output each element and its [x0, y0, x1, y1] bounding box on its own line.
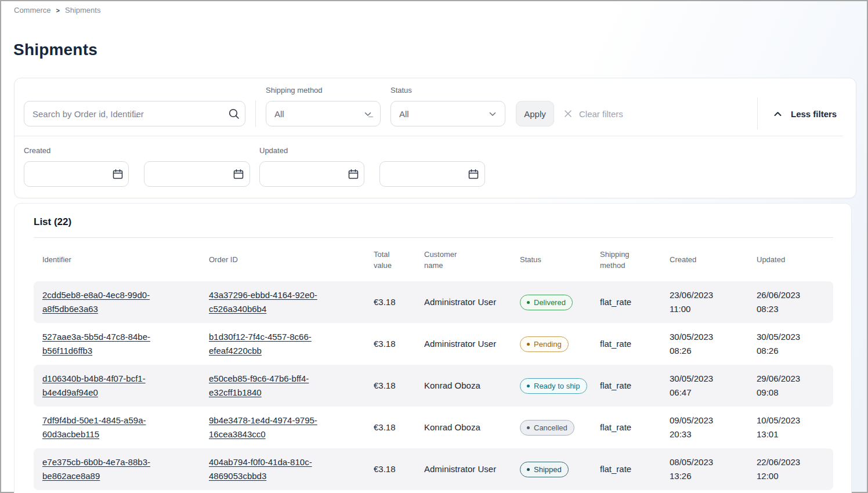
- customer-name: Konrad Oboza: [415, 420, 511, 434]
- status-dot-icon: [527, 301, 530, 304]
- updated-label: Updated: [259, 146, 288, 155]
- total-value: €3.18: [365, 337, 415, 351]
- updated-at: 29/06/202309:08: [748, 372, 833, 400]
- updated-at: 26/06/202308:23: [748, 288, 833, 316]
- chevron-down-icon: [487, 109, 498, 119]
- identifier-link[interactable]: d106340b-b4b8-4f07-bcf1-b4e4d9af94e0: [42, 372, 173, 400]
- order-id-link[interactable]: 404ab794-f0f0-41da-810c-4869053cbbd3: [209, 455, 339, 483]
- status-badge: Cancelled: [520, 420, 574, 436]
- apply-button[interactable]: Apply: [516, 101, 554, 126]
- customer-name: Administrator User: [415, 462, 511, 476]
- shipping-method: flat_rate: [591, 379, 661, 393]
- breadcrumb-separator: >: [56, 7, 60, 14]
- updated-at: 30/05/202308:26: [748, 330, 833, 358]
- created-to-input[interactable]: [144, 161, 250, 187]
- list-title: List (22): [34, 216, 832, 228]
- shipping-method-select[interactable]: All: [266, 101, 381, 126]
- order-id-link[interactable]: e50ceb85-f9c6-47b6-bff4-e32cff1b1840: [209, 372, 339, 400]
- col-updated: Updated: [748, 254, 818, 265]
- col-status: Status: [511, 254, 581, 265]
- status-badge: Delivered: [520, 295, 573, 310]
- breadcrumb: Commerce > Shipments: [14, 6, 100, 14]
- page-title: Shipments: [13, 41, 97, 59]
- status-dot-icon: [527, 343, 530, 346]
- range-separator: –: [368, 111, 373, 121]
- created-at: 08/05/202313:26: [661, 455, 748, 483]
- status-badge: Ready to ship: [520, 378, 587, 394]
- order-id-link[interactable]: b1d30f12-7f4c-4557-8c66-efeaf4220cbb: [209, 330, 339, 358]
- filter-row-divider: [15, 136, 843, 136]
- shipping-method-label: Shipping method: [266, 86, 323, 95]
- col-shipping-method: Shipping method: [591, 249, 661, 271]
- created-at: 30/05/202308:26: [661, 330, 748, 358]
- shipping-method: flat_rate: [591, 420, 661, 434]
- status-dot-icon: [527, 426, 530, 429]
- status-value: All: [399, 109, 409, 119]
- table-row: 527aae3a-5b5d-47c8-84be-b56f11d6ffb3 b1d…: [34, 323, 833, 365]
- table-row: d106340b-b4b8-4f07-bcf1-b4e4d9af94e0 e50…: [34, 365, 833, 407]
- status-select[interactable]: All: [390, 101, 505, 126]
- shipments-list-panel: List (22) Identifier Order ID Total valu…: [14, 203, 852, 493]
- customer-name: Konrad Oboza: [415, 379, 511, 393]
- close-icon: [563, 109, 573, 118]
- status-label: Status: [390, 86, 412, 95]
- created-at: 09/05/202320:33: [661, 414, 748, 441]
- filter-divider: [255, 100, 256, 127]
- shipping-method: flat_rate: [591, 462, 661, 476]
- identifier-link[interactable]: 2cdd5eb8-e8a0-4ec8-99d0-a8f5db6e3a63: [42, 288, 173, 316]
- order-id-link[interactable]: 43a37296-ebbd-4164-92e0-c526a340b6b4: [209, 288, 339, 316]
- updated-from-input[interactable]: [259, 161, 364, 187]
- updated-at: 10/05/202313:01: [748, 414, 833, 441]
- col-total-value: Total value: [365, 249, 415, 271]
- order-id-link[interactable]: 9b4e3478-1e4d-4974-9795-16cea3843cc0: [209, 414, 339, 441]
- table-row: 7df9f4bd-50e1-4845-a59a-60d3acbeb115 9b4…: [34, 407, 833, 448]
- less-filters-label: Less filters: [791, 109, 837, 119]
- total-value: €3.18: [365, 295, 415, 309]
- table-header-row: Identifier Order ID Total value Customer…: [34, 237, 833, 281]
- table-body: 2cdd5eb8-e8a0-4ec8-99d0-a8f5db6e3a63 43a…: [34, 281, 833, 490]
- col-identifier: Identifier: [34, 254, 103, 265]
- col-customer-name: Customer name: [415, 249, 485, 271]
- updated-at: 22/06/202312:00: [748, 455, 833, 483]
- shipping-method-value: All: [274, 109, 284, 119]
- created-label: Created: [24, 146, 50, 155]
- less-filters-toggle[interactable]: Less filters: [772, 101, 837, 126]
- identifier-link[interactable]: 527aae3a-5b5d-47c8-84be-b56f11d6ffb3: [42, 330, 173, 358]
- total-value: €3.18: [365, 420, 415, 434]
- total-value: €3.18: [365, 379, 415, 393]
- table-row: 2cdd5eb8-e8a0-4ec8-99d0-a8f5db6e3a63 43a…: [34, 281, 833, 323]
- shipments-page: Commerce > Shipments Shipments Shipping …: [0, 0, 868, 493]
- identifier-link[interactable]: e7e375cb-6b0b-4e7a-88b3-be862ace8a89: [42, 455, 173, 483]
- shipping-method: flat_rate: [591, 337, 661, 351]
- breadcrumb-commerce[interactable]: Commerce: [14, 6, 51, 14]
- col-order-id: Order ID: [200, 254, 270, 265]
- filters-panel: Shipping method All Status All Apply Cle…: [14, 78, 856, 198]
- col-created: Created: [661, 254, 730, 265]
- status-badge: Shipped: [520, 462, 569, 477]
- customer-name: Administrator User: [415, 337, 511, 351]
- updated-to-input[interactable]: [379, 161, 485, 187]
- status-dot-icon: [527, 468, 530, 471]
- table-row: e7e375cb-6b0b-4e7a-88b3-be862ace8a89 404…: [34, 448, 833, 490]
- created-from-input[interactable]: [24, 161, 129, 187]
- range-separator: –: [133, 111, 138, 121]
- identifier-link[interactable]: 7df9f4bd-50e1-4845-a59a-60d3acbeb115: [42, 414, 173, 441]
- shipping-method: flat_rate: [591, 295, 661, 309]
- clear-filters-button[interactable]: Clear filters: [563, 101, 623, 126]
- status-dot-icon: [527, 385, 530, 387]
- created-at: 30/05/202306:47: [661, 372, 748, 400]
- filter-divider: [757, 97, 758, 129]
- total-value: €3.18: [365, 462, 415, 476]
- customer-name: Administrator User: [415, 295, 511, 309]
- created-at: 23/06/202311:00: [661, 288, 748, 316]
- chevron-up-icon: [772, 108, 783, 119]
- shipments-table: Identifier Order ID Total value Customer…: [34, 237, 833, 490]
- breadcrumb-shipments[interactable]: Shipments: [65, 6, 100, 14]
- status-badge: Pending: [520, 336, 569, 352]
- clear-filters-label: Clear filters: [579, 109, 623, 119]
